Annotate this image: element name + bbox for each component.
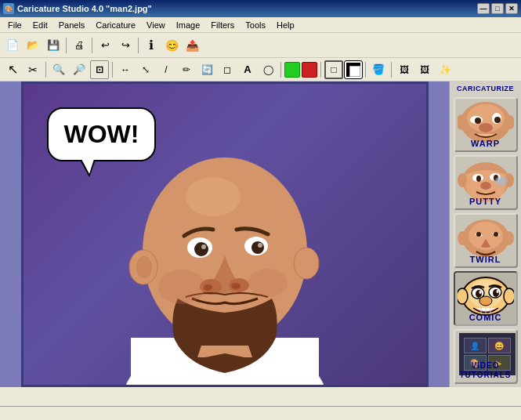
warp-button[interactable]: WARP — [454, 97, 518, 152]
eraser-tool[interactable]: ◻ — [218, 60, 237, 79]
svg-point-34 — [480, 182, 491, 190]
svg-point-56 — [458, 288, 468, 304]
svg-point-35 — [458, 173, 467, 187]
brush-tool[interactable]: / — [157, 60, 175, 79]
comic-label: COMIC — [469, 313, 502, 322]
hand-tool[interactable]: ↔ — [116, 60, 135, 79]
save-button[interactable]: 💾 — [44, 36, 63, 55]
redo-button[interactable]: ↪ — [116, 36, 135, 55]
minimize-button[interactable]: — — [477, 3, 490, 14]
title-bar-text: 🎨 Caricature Studio 4.0 "man2.jpg" — [3, 3, 152, 14]
cut-tool[interactable]: ✂ — [24, 60, 42, 79]
comic-face-icon — [458, 275, 514, 317]
canvas-area: WOW! — [0, 81, 449, 387]
video-tutorials-button[interactable]: 👤 😄 🎨 ▶ VIDEOTUTORIALS — [454, 329, 518, 384]
svg-point-57 — [504, 288, 514, 304]
maximize-button[interactable]: □ — [491, 3, 504, 14]
green-rect-tool[interactable] — [284, 62, 300, 78]
svg-point-17 — [231, 283, 241, 289]
rotate-tool[interactable]: 🔄 — [197, 60, 216, 79]
canvas[interactable]: WOW! — [21, 81, 429, 387]
print-button[interactable]: 🖨 — [70, 36, 89, 55]
menu-panels[interactable]: Panels — [54, 19, 90, 31]
twirl-label: TWIRL — [470, 255, 501, 264]
speech-bubble: WOW! — [47, 107, 157, 161]
toolbar-sep-3 — [138, 38, 139, 53]
svg-point-40 — [476, 232, 481, 237]
zoom-in-tool[interactable]: 🔍 — [49, 60, 68, 79]
menu-bar: File Edit Panels Caricature View Image F… — [0, 17, 521, 33]
menu-filters[interactable]: Filters — [206, 19, 239, 31]
video-label: VIDEOTUTORIALS — [459, 361, 511, 380]
warp-face-icon — [458, 101, 514, 143]
open-button[interactable]: 📂 — [24, 36, 42, 55]
svg-point-18 — [158, 270, 205, 304]
text-tool[interactable]: A — [238, 60, 257, 79]
menu-caricature[interactable]: Caricature — [91, 19, 140, 31]
window-controls: — □ ✕ — [477, 3, 518, 14]
undo-button[interactable]: ↩ — [96, 36, 114, 55]
pencil-tool[interactable]: ✏ — [177, 60, 196, 79]
menu-image[interactable]: Image — [172, 19, 205, 31]
svg-point-11 — [251, 241, 264, 254]
main-area: WOW! — [0, 81, 521, 387]
svg-point-25 — [494, 117, 501, 123]
crop-tool[interactable]: ⊡ — [90, 60, 109, 79]
share-button[interactable]: 📤 — [183, 36, 201, 55]
tools-sep-4 — [320, 62, 321, 78]
close-button[interactable]: ✕ — [505, 3, 518, 14]
svg-point-13 — [258, 243, 262, 248]
img-effect-2[interactable]: 🖼 — [415, 60, 434, 79]
menu-edit[interactable]: Edit — [28, 19, 52, 31]
tools-sep-5 — [365, 62, 366, 78]
panel-title: CARICATURIZE — [457, 85, 514, 92]
svg-point-10 — [194, 242, 208, 256]
svg-point-42 — [458, 231, 467, 245]
toolbar-sep-1 — [66, 38, 67, 53]
putty-face-icon — [458, 159, 514, 201]
red-rect-tool[interactable] — [302, 62, 317, 78]
menu-tools[interactable]: Tools — [241, 19, 270, 31]
fx-tool[interactable]: ✨ — [436, 60, 454, 79]
svg-point-43 — [505, 231, 514, 245]
zoom-out-tool[interactable]: 🔎 — [70, 60, 89, 79]
putty-label: PUTTY — [469, 197, 501, 206]
svg-point-50 — [479, 291, 481, 294]
app-icon: 🎨 — [3, 3, 14, 14]
warp-label: WARP — [471, 139, 500, 148]
move-tool[interactable]: ⤡ — [136, 60, 155, 79]
toolbar: 📄 📂 💾 🖨 ↩ ↪ ℹ 😊 📤 — [0, 33, 521, 58]
bucket-tool[interactable]: 🪣 — [369, 60, 388, 79]
frame-tool[interactable]: □ — [324, 60, 343, 79]
info-button[interactable]: ℹ — [142, 36, 161, 55]
twirl-face-icon — [458, 217, 514, 259]
toolbar-sep-2 — [92, 38, 92, 53]
svg-point-32 — [476, 176, 481, 182]
comic-button[interactable]: COMIC — [454, 271, 518, 326]
svg-point-24 — [475, 118, 481, 124]
svg-point-5 — [294, 248, 319, 279]
menu-help[interactable]: Help — [272, 19, 299, 31]
svg-point-6 — [136, 256, 152, 278]
new-button[interactable]: 📄 — [3, 36, 22, 55]
img-effect-1[interactable]: 🖼 — [395, 60, 414, 79]
svg-point-52 — [479, 296, 492, 306]
status-bar — [0, 406, 521, 420]
putty-button[interactable]: PUTTY — [454, 155, 518, 210]
select-tool[interactable]: ↖ — [3, 60, 22, 79]
menu-view[interactable]: View — [142, 19, 170, 31]
search-tool[interactable]: ◯ — [259, 60, 277, 79]
face-button[interactable]: 😊 — [162, 36, 181, 55]
svg-point-26 — [479, 123, 493, 132]
svg-point-19 — [248, 269, 288, 297]
speech-bubble-text: WOW! — [64, 120, 139, 148]
twirl-button[interactable]: TWIRL — [454, 213, 518, 268]
svg-point-51 — [496, 290, 498, 293]
svg-point-37 — [495, 176, 508, 186]
tools-row: ↖ ✂ 🔍 🔎 ⊡ ↔ ⤡ / ✏ 🔄 ◻ A ◯ □ 🪣 🖼 🖼 ✨ — [0, 58, 521, 81]
menu-file[interactable]: File — [3, 19, 27, 31]
svg-point-41 — [494, 232, 498, 237]
window-title: Caricature Studio 4.0 "man2.jpg" — [17, 4, 152, 13]
color-box[interactable] — [345, 61, 362, 78]
tools-sep-2 — [112, 62, 113, 78]
